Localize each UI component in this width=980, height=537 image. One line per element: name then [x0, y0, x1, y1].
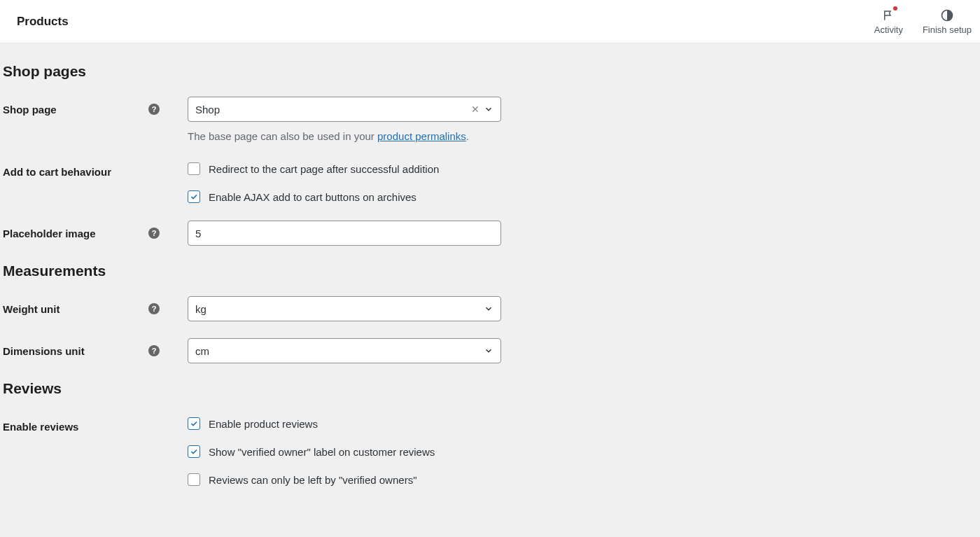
- help-icon[interactable]: ?: [148, 228, 160, 239]
- product-permalinks-link[interactable]: product permalinks: [377, 130, 466, 142]
- enable-product-reviews-option: Enable product reviews: [188, 417, 435, 431]
- weight-unit-label: Weight unit: [3, 303, 148, 315]
- ajax-label[interactable]: Enable AJAX add to cart buttons on archi…: [209, 191, 416, 203]
- progress-circle-icon: [940, 8, 954, 23]
- shop-page-label: Shop page: [3, 104, 148, 116]
- verified-owner-label-checkbox[interactable]: [188, 445, 200, 458]
- enable-product-reviews-label[interactable]: Enable product reviews: [209, 418, 318, 430]
- enable-reviews-label: Enable reviews: [3, 421, 168, 433]
- section-heading-reviews: Reviews: [3, 380, 977, 397]
- notification-dot: [893, 6, 897, 11]
- label-col: Dimensions unit ?: [3, 338, 168, 363]
- weight-unit-value: kg: [195, 303, 484, 315]
- finish-setup-button[interactable]: Finish setup: [923, 8, 972, 35]
- redirect-checkbox[interactable]: [188, 162, 200, 175]
- dimensions-unit-select[interactable]: cm: [188, 338, 501, 363]
- helper-prefix: The base page can also be used in your: [188, 130, 377, 142]
- helper-suffix: .: [466, 130, 469, 142]
- dimensions-unit-value: cm: [195, 345, 484, 357]
- field-col: cm: [168, 338, 501, 363]
- label-col: Enable reviews: [3, 414, 168, 439]
- section-heading-shop-pages: Shop pages: [3, 63, 977, 80]
- only-verified-label[interactable]: Reviews can only be left by "verified ow…: [209, 474, 416, 486]
- page-title: Products: [17, 15, 69, 29]
- help-icon[interactable]: ?: [148, 303, 160, 314]
- row-weight-unit: Weight unit ? kg: [3, 296, 977, 321]
- add-to-cart-label: Add to cart behaviour: [3, 166, 168, 178]
- verified-owner-label-option: Show "verified owner" label on customer …: [188, 445, 435, 459]
- help-icon[interactable]: ?: [148, 104, 160, 115]
- shop-page-value: Shop: [195, 104, 471, 116]
- field-col: Enable product reviews Show "verified ow…: [168, 414, 435, 487]
- row-dimensions-unit: Dimensions unit ? cm: [3, 338, 977, 363]
- shop-page-helper: The base page can also be used in your p…: [188, 130, 501, 142]
- label-col: Placeholder image ?: [3, 221, 168, 246]
- placeholder-image-input[interactable]: [195, 228, 493, 239]
- topbar-actions: Activity Finish setup: [874, 8, 972, 35]
- settings-content: Shop pages Shop page ? Shop ✕ The base p…: [0, 43, 980, 531]
- row-placeholder-image: Placeholder image ?: [3, 221, 977, 246]
- placeholder-image-label: Placeholder image: [3, 228, 148, 239]
- chevron-down-icon[interactable]: [484, 104, 493, 114]
- ajax-option: Enable AJAX add to cart buttons on archi…: [188, 190, 439, 204]
- redirect-label[interactable]: Redirect to the cart page after successf…: [209, 163, 439, 175]
- label-col: Add to cart behaviour: [3, 159, 168, 184]
- redirect-option: Redirect to the cart page after successf…: [188, 162, 439, 176]
- row-enable-reviews: Enable reviews Enable product reviews Sh…: [3, 414, 977, 487]
- dimensions-unit-label: Dimensions unit: [3, 345, 148, 357]
- only-verified-option: Reviews can only be left by "verified ow…: [188, 473, 435, 487]
- field-col: kg: [168, 296, 501, 321]
- weight-unit-select[interactable]: kg: [188, 296, 501, 321]
- help-icon[interactable]: ?: [148, 345, 160, 356]
- chevron-down-icon[interactable]: [484, 304, 493, 314]
- field-col: Shop ✕ The base page can also be used in…: [168, 97, 501, 142]
- field-col: Redirect to the cart page after successf…: [168, 159, 439, 204]
- finish-setup-label: Finish setup: [923, 25, 972, 35]
- label-col: Shop page ?: [3, 97, 168, 122]
- section-heading-measurements: Measurements: [3, 263, 977, 279]
- ajax-checkbox[interactable]: [188, 190, 200, 203]
- label-col: Weight unit ?: [3, 296, 168, 321]
- row-add-to-cart: Add to cart behaviour Redirect to the ca…: [3, 159, 977, 204]
- verified-owner-label-text[interactable]: Show "verified owner" label on customer …: [209, 446, 435, 458]
- activity-button[interactable]: Activity: [874, 8, 903, 35]
- flag-icon: [882, 8, 895, 23]
- shop-page-select[interactable]: Shop ✕: [188, 97, 501, 122]
- row-shop-page: Shop page ? Shop ✕ The base page can als…: [3, 97, 977, 142]
- enable-product-reviews-checkbox[interactable]: [188, 417, 200, 430]
- chevron-down-icon[interactable]: [484, 346, 493, 356]
- activity-label: Activity: [874, 25, 903, 35]
- topbar: Products Activity Finish setup: [0, 0, 980, 43]
- field-col: [168, 221, 501, 246]
- only-verified-checkbox[interactable]: [188, 473, 200, 486]
- placeholder-image-input-wrap: [188, 221, 501, 246]
- clear-icon[interactable]: ✕: [471, 104, 479, 115]
